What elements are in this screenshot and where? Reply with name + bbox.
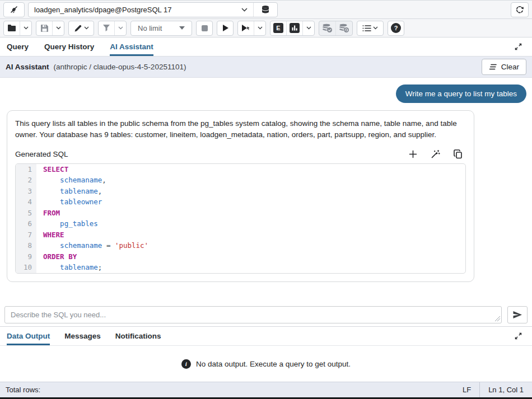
database-icon: [261, 5, 270, 14]
tab-data-output[interactable]: Data Output: [7, 327, 50, 345]
transaction-group: [319, 21, 353, 36]
send-button[interactable]: [507, 306, 528, 323]
connection-bar: loadgen_analytics/dpage@PostgreSQL 17: [0, 1, 532, 19]
cursor-position: Ln 1, Col 1: [479, 382, 532, 397]
filter-button[interactable]: [99, 21, 114, 35]
replace-sql-button[interactable]: [431, 149, 440, 159]
code-text: FROM: [36, 208, 60, 219]
expand-icon: [514, 332, 522, 340]
tab-query-history[interactable]: Query History: [44, 37, 94, 56]
save-button[interactable]: [36, 21, 52, 35]
code-text: tableowner: [36, 196, 102, 208]
save-icon: [40, 24, 49, 32]
edit-group: [68, 21, 94, 36]
commit-button[interactable]: [319, 21, 335, 35]
code-text: WHERE: [36, 229, 64, 241]
line-number: 10: [16, 262, 36, 273]
execute-to-cursor-button[interactable]: [238, 21, 254, 35]
ai-assistant-title: AI Assistant: [6, 63, 49, 71]
send-icon: [512, 311, 522, 319]
connection-dropdown[interactable]: loadgen_analytics/dpage@PostgreSQL 17: [29, 3, 254, 17]
assistant-response-card: This query lists all tables in the publi…: [7, 110, 474, 282]
refresh-layout-button[interactable]: [511, 2, 529, 17]
commit-icon: [322, 24, 333, 33]
connection-selector-group: loadgen_analytics/dpage@PostgreSQL 17: [28, 2, 278, 17]
macro-list-icon: [362, 25, 371, 32]
code-line: 7WHERE: [16, 229, 465, 241]
line-number: 2: [16, 175, 36, 186]
help-button[interactable]: ?: [388, 21, 404, 35]
clear-button-label: Clear: [501, 63, 519, 71]
assistant-response-text: This query lists all tables in the publi…: [15, 118, 466, 141]
explain-options-menu-button[interactable]: [302, 21, 314, 35]
ai-model-name: (anthropic / claude-opus-4-5-20251101): [54, 63, 186, 71]
open-file-menu-button[interactable]: [20, 21, 31, 35]
tab-messages[interactable]: Messages: [64, 327, 101, 345]
chevron-down-icon: [241, 8, 248, 12]
code-line: 8 schemaname = 'public': [16, 240, 465, 251]
expand-icon: [514, 43, 522, 51]
total-rows-label: Total rows:: [0, 382, 40, 397]
clear-button[interactable]: Clear: [482, 59, 526, 75]
expand-panel-button[interactable]: [511, 40, 525, 54]
code-line: 3 tablename,: [16, 186, 465, 197]
code-text: tablename;: [36, 262, 102, 273]
eol-indicator[interactable]: LF: [454, 382, 479, 397]
stop-icon: [201, 25, 208, 32]
new-connection-button[interactable]: [254, 3, 277, 17]
connection-value: loadgen_analytics/dpage@PostgreSQL 17: [34, 6, 241, 14]
stop-button[interactable]: [197, 21, 212, 35]
explain-button[interactable]: E: [270, 21, 286, 35]
clear-icon: [489, 64, 497, 70]
folder-icon: [7, 24, 16, 32]
expand-output-button[interactable]: [511, 329, 525, 344]
help-icon: ?: [391, 23, 401, 33]
line-number: 9: [16, 251, 36, 262]
connection-status-button[interactable]: [3, 2, 25, 17]
execute-button[interactable]: [217, 21, 233, 35]
output-tabs-right: [511, 327, 525, 345]
edit-menu-button[interactable]: [69, 21, 94, 35]
panel-tabs-right: [511, 37, 525, 56]
code-text: SELECT: [36, 164, 68, 175]
line-number: 1: [16, 164, 36, 175]
prompt-input-wrap: [4, 306, 502, 323]
sql-code-lines: 1SELECT2 schemaname,3 tablename,4 tableo…: [16, 164, 465, 273]
output-tabs: Data Output Messages Notifications: [0, 326, 532, 346]
code-line: 2 schemaname,: [16, 175, 465, 186]
explain-analyze-icon: [290, 23, 300, 33]
explain-analyze-button[interactable]: [286, 21, 302, 35]
open-file-button[interactable]: [4, 21, 20, 35]
row-limit-dropdown[interactable]: No limit: [130, 21, 192, 36]
save-group: [36, 21, 64, 36]
code-text: schemaname = 'public': [36, 240, 148, 251]
line-number: 4: [16, 196, 36, 208]
tab-ai-assistant[interactable]: AI Assistant: [110, 37, 153, 56]
chevron-down-icon: [373, 26, 378, 30]
copy-sql-button[interactable]: [454, 149, 463, 159]
ai-assistant-header: AI Assistant (anthropic / claude-opus-4-…: [0, 57, 532, 78]
chevron-down-icon: [306, 26, 311, 30]
explain-group: E: [270, 21, 315, 36]
tab-notifications[interactable]: Notifications: [115, 327, 161, 345]
line-number: 8: [16, 240, 36, 251]
prompt-input[interactable]: [4, 306, 502, 323]
rollback-button[interactable]: [335, 21, 352, 35]
tab-query[interactable]: Query: [7, 37, 29, 56]
save-menu-button[interactable]: [52, 21, 64, 35]
insert-sql-button[interactable]: [409, 150, 417, 158]
info-icon: i: [181, 359, 191, 369]
chevron-down-icon: [84, 26, 89, 30]
filter-menu-button[interactable]: [114, 21, 126, 35]
execute-options-menu-button[interactable]: [254, 21, 265, 35]
connection-plug-icon: [9, 4, 19, 15]
prompt-row: [0, 303, 532, 326]
help-group: ?: [388, 21, 404, 36]
generated-sql-code[interactable]: 1SELECT2 schemaname,3 tablename,4 tableo…: [15, 163, 466, 274]
code-text: ORDER BY: [36, 251, 77, 262]
code-text: tablename,: [36, 186, 102, 197]
chevron-down-icon: [56, 26, 61, 30]
macros-menu-button[interactable]: [357, 21, 383, 35]
chevron-down-icon: [24, 26, 29, 30]
code-line: 9ORDER BY: [16, 251, 465, 262]
